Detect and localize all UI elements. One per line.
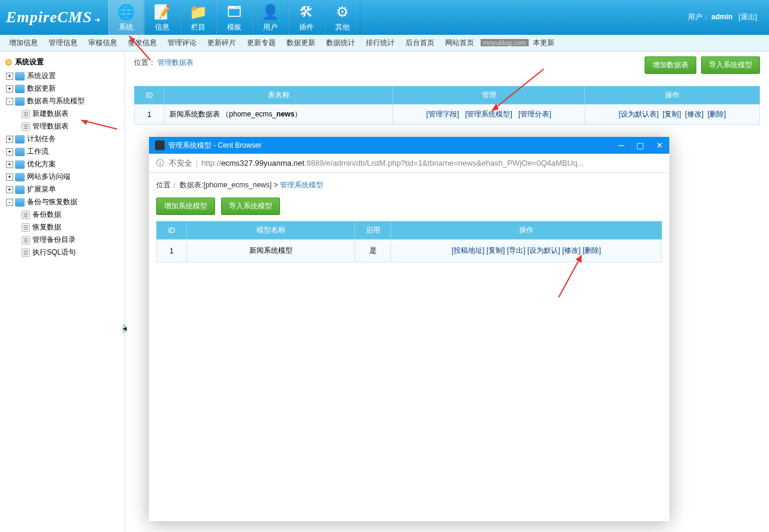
pcell-id: 1: [157, 240, 187, 262]
top-header: EmpireCMS ➜ 🌐系统 📝信息 📁栏目 🗔模板 👤用户 🛠插件 ⚙其他 …: [0, 0, 769, 35]
manage-model-link[interactable]: [管理系统模型]: [465, 110, 512, 118]
cell-op: [设为默认表] [复制] [修改] [删除]: [585, 104, 760, 125]
manage-fields-link[interactable]: [管理字段]: [426, 110, 459, 118]
submenu-item[interactable]: 数据更新: [287, 38, 315, 48]
watermark: moyublog.com: [481, 39, 529, 46]
submenu-item[interactable]: 排行统计: [366, 38, 395, 48]
tree-node[interactable]: -备份与恢复数据: [0, 196, 124, 208]
cell-id: 1: [135, 104, 165, 125]
th-name: 表名称: [165, 86, 393, 104]
pcell-ops: [投稿地址] [复制] [导出] [设为默认] [修改] [删除]: [391, 240, 662, 262]
sidebar-collapse-icon[interactable]: ◀: [123, 324, 126, 333]
edit-icon: 📝: [153, 3, 171, 21]
pth-op: 操作: [391, 222, 662, 240]
pth-enabled: 启用: [355, 222, 391, 240]
table-row: 1 新闻系统数据表 （phome_ecms_news） [管理字段] [管理系统…: [135, 104, 760, 125]
data-table: ID 表名称 管理 操作 1 新闻系统数据表 （phome_ecms_news）…: [134, 86, 760, 125]
maximize-icon[interactable]: ▢: [636, 141, 644, 150]
tree-child[interactable]: 管理数据表: [0, 120, 124, 133]
pop-link[interactable]: [设为默认]: [527, 246, 561, 255]
pth-name: 模型名称: [187, 222, 355, 240]
pcell-enabled: 是: [355, 240, 391, 262]
manage-split-link[interactable]: [管理分表]: [518, 110, 552, 118]
tree-child[interactable]: 备份数据: [0, 208, 124, 221]
tree-child[interactable]: 管理备份目录: [0, 234, 124, 246]
nav-tab-system[interactable]: 🌐系统: [108, 0, 144, 35]
tree-child[interactable]: 执行SQL语句: [0, 246, 124, 259]
pop-link[interactable]: [复制]: [487, 246, 505, 255]
nav-tab-info[interactable]: 📝信息: [144, 0, 180, 35]
submenu-item[interactable]: 管理信息: [49, 38, 78, 48]
insecure-label: 不安全: [169, 158, 192, 169]
pop-link[interactable]: [删除]: [583, 246, 601, 255]
tree-node[interactable]: +计划任务: [0, 133, 124, 145]
popup-window: 管理系统模型 - Cent Browser ─ ▢ ✕ ⓘ 不安全 | http…: [149, 137, 669, 521]
breadcrumb-link[interactable]: 管理数据表: [157, 58, 193, 67]
popup-titlebar[interactable]: 管理系统模型 - Cent Browser ─ ▢ ✕: [149, 137, 669, 154]
tree-node[interactable]: +扩展菜单: [0, 183, 124, 196]
popup-body: 位置： 数据表:[phome_ecms_news] > 管理系统模型 增加系统模…: [149, 173, 669, 270]
tree-node[interactable]: -数据表与系统模型: [0, 95, 124, 107]
app-icon: [155, 141, 165, 150]
sidebar: 系统设置 +系统设置+数据更新-数据表与系统模型新建数据表管理数据表+计划任务+…: [0, 52, 125, 532]
pop-link[interactable]: [修改]: [562, 246, 581, 255]
op-copy-link[interactable]: [复制]: [663, 110, 681, 118]
submenu-item[interactable]: 增加信息: [9, 38, 38, 48]
popup-import-button[interactable]: 导入系统模型: [221, 198, 280, 215]
submenu-item[interactable]: 更新碎片: [207, 38, 236, 48]
user-name: admin: [711, 13, 732, 21]
nav-tab-other[interactable]: ⚙其他: [324, 0, 360, 35]
submenu-item[interactable]: 网站首页: [445, 38, 474, 48]
op-default-link[interactable]: [设为默认表]: [619, 110, 659, 118]
pop-link[interactable]: [投稿地址]: [452, 246, 485, 255]
op-delete-link[interactable]: [删除]: [708, 110, 726, 118]
tree-node[interactable]: +优化方案: [0, 158, 124, 171]
popup-breadcrumb-link[interactable]: 管理系统模型: [280, 181, 323, 189]
tree-node[interactable]: +网站多访问端: [0, 171, 124, 183]
tree-title: 系统设置: [0, 55, 124, 70]
submenu-item[interactable]: 签发信息: [128, 38, 157, 48]
cell-manage: [管理字段] [管理系统模型] [管理分表]: [393, 104, 585, 125]
pth-id: ID: [157, 222, 187, 240]
nav-tab-template[interactable]: 🗔模板: [216, 0, 252, 35]
tree-node[interactable]: +数据更新: [0, 82, 124, 95]
nav-tabs: 🌐系统 📝信息 📁栏目 🗔模板 👤用户 🛠插件 ⚙其他: [108, 0, 360, 35]
submenu-item[interactable]: 后台首页: [406, 38, 434, 48]
cell-name: 新闻系统数据表 （phome_ecms_news）: [165, 104, 393, 125]
th-id: ID: [135, 86, 165, 104]
popup-table-row: 1 新闻系统模型 是 [投稿地址] [复制] [导出] [设为默认] [修改] …: [157, 240, 662, 262]
user-label: 用户：: [688, 13, 710, 21]
tree-node[interactable]: +工作流: [0, 145, 124, 158]
user-area: 用户： admin [退出]: [688, 12, 757, 22]
th-manage: 管理: [393, 86, 585, 104]
op-edit-link[interactable]: [修改]: [685, 110, 704, 118]
popup-add-button[interactable]: 增加系统模型: [156, 198, 215, 215]
folder-icon: 📁: [189, 3, 207, 21]
import-model-button[interactable]: 导入系统模型: [701, 56, 760, 74]
submenu-item[interactable]: 更新专题: [247, 38, 276, 48]
close-icon[interactable]: ✕: [656, 141, 663, 150]
nav-tab-plugin[interactable]: 🛠插件: [288, 0, 324, 35]
pop-link[interactable]: [导出]: [507, 246, 526, 255]
popup-table: ID 模型名称 启用 操作 1 新闻系统模型 是 [投稿地址] [复制] [导出…: [156, 221, 662, 262]
url-bar: ⓘ 不安全 | http://ecms327.99yuanma.net:8889…: [149, 154, 669, 173]
info-icon[interactable]: ⓘ: [156, 158, 164, 169]
submenu-item[interactable]: 数据统计: [326, 38, 355, 48]
tree-child[interactable]: 恢复数据: [0, 221, 124, 234]
logout-link[interactable]: [退出]: [738, 13, 757, 21]
tree-child[interactable]: 新建数据表: [0, 107, 124, 120]
pcell-name: 新闻系统模型: [187, 240, 355, 262]
minimize-icon[interactable]: ─: [618, 141, 624, 150]
popup-breadcrumb: 位置： 数据表:[phome_ecms_news] > 管理系统模型: [156, 180, 662, 190]
submenu-item[interactable]: 本更新: [533, 38, 555, 48]
window-icon: 🗔: [225, 3, 243, 21]
tool-icon: 🛠: [297, 3, 315, 21]
submenu-item[interactable]: 管理评论: [168, 38, 196, 48]
logo: EmpireCMS ➜: [0, 8, 108, 26]
tree-node[interactable]: +系统设置: [0, 70, 124, 82]
popup-title-text: 管理系统模型 - Cent Browser: [168, 141, 261, 151]
nav-tab-column[interactable]: 📁栏目: [180, 0, 216, 35]
submenu-item[interactable]: 审核信息: [88, 38, 117, 48]
add-table-button[interactable]: 增加数据表: [645, 56, 696, 74]
nav-tab-user[interactable]: 👤用户: [252, 0, 288, 35]
